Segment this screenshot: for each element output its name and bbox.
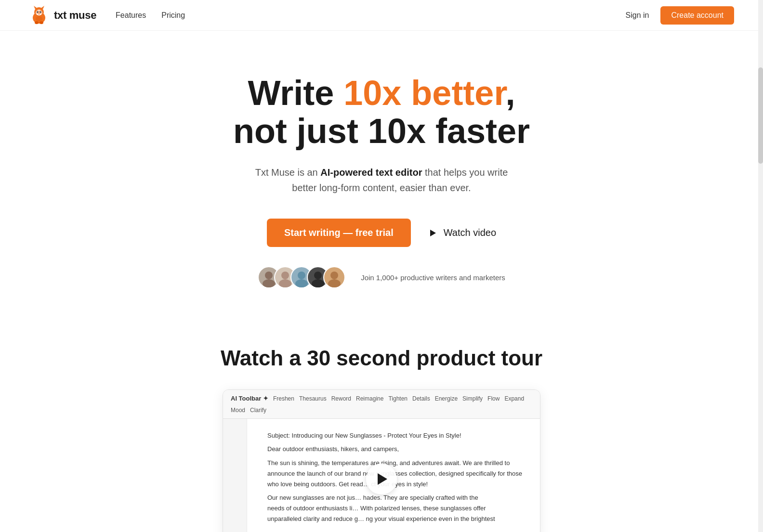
svg-marker-13 [430,230,436,236]
toolbar-reimagine[interactable]: Reimagine [356,395,383,402]
play-icon [426,227,439,239]
navbar: txt muse Features Pricing Sign in Create… [0,0,763,31]
play-triangle-icon [428,228,437,238]
svg-point-7 [37,11,39,13]
hero-heading-comma: , [505,74,515,112]
hero-heading-line2: not just 10x faster [233,112,530,150]
editor-line-subject: Subject: Introducing our New Sunglasses … [267,430,525,441]
logo-text: txt muse [54,9,96,22]
hero-subtext: Txt Muse is an AI-powered text editor th… [247,165,516,195]
play-triangle-icon [378,473,387,485]
svg-point-15 [263,279,275,287]
avatar-5 [323,266,345,288]
features-nav-link[interactable]: Features [116,11,146,20]
svg-point-23 [328,279,341,287]
nav-links: Features Pricing [116,11,185,20]
svg-point-22 [330,272,338,279]
toolbar-expand[interactable]: Expand [504,395,524,402]
hero-sub-bold: AI-powered text editor [320,167,422,178]
hero-heading: Write 10x better, not just 10x faster [233,74,530,150]
product-tour-section: Watch a 30 second product tour AI Toolba… [0,327,763,532]
owl-logo-icon [29,5,49,26]
svg-point-11 [39,21,43,24]
svg-point-16 [281,272,289,279]
toolbar-tighten[interactable]: Tighten [388,395,408,402]
watch-video-button[interactable]: Watch video [426,227,496,239]
svg-point-12 [36,16,42,21]
toolbar-mood[interactable]: Mood [231,407,245,414]
product-tour-title: Watch a 30 second product tour [221,346,542,370]
editor-content-area: Subject: Introducing our New Sunglasses … [223,419,540,532]
svg-point-10 [35,21,39,24]
toolbar-brand-label[interactable]: AI Toolbar ✦ [231,395,268,402]
toolbar-simplify[interactable]: Simplify [462,395,483,402]
pricing-nav-link[interactable]: Pricing [161,11,185,20]
editor-line-para2: Our new sunglasses are not jus… hades. T… [267,493,525,524]
svg-point-18 [298,272,305,279]
toolbar-details[interactable]: Details [412,395,430,402]
avatars-group [258,266,345,288]
toolbar-clarify[interactable]: Clarify [250,407,266,414]
hero-heading-part1: Write [248,74,344,112]
toolbar-reword[interactable]: Reword [331,395,351,402]
sign-in-link[interactable]: Sign in [626,11,649,20]
svg-point-21 [312,279,324,287]
nav-right: Sign in Create account [626,6,734,25]
editor-toolbar: AI Toolbar ✦ Freshen Thesaurus Reword Re… [223,390,540,419]
svg-point-8 [40,11,41,13]
editor-mockup: AI Toolbar ✦ Freshen Thesaurus Reword Re… [223,389,540,532]
editor-sidebar [223,419,247,532]
svg-point-14 [265,272,273,279]
video-play-overlay-button[interactable] [366,464,397,494]
social-proof-text: Join 1,000+ productive writers and marke… [361,273,505,282]
social-proof: Join 1,000+ productive writers and marke… [258,266,505,288]
hero-buttons: Start writing — free trial Watch video [267,219,496,247]
scrollbar-track[interactable] [758,0,763,532]
hero-section: Write 10x better, not just 10x faster Tx… [0,31,763,327]
start-writing-button[interactable]: Start writing — free trial [267,219,411,247]
create-account-button[interactable]: Create account [660,6,734,25]
editor-line-dear: Dear outdoor enthusiasts, hikers, and ca… [267,444,525,454]
toolbar-thesaurus[interactable]: Thesaurus [299,395,327,402]
hero-sub-normal1: Txt Muse is an [255,167,321,178]
hero-heading-accent: 10x better [343,74,505,112]
toolbar-energize[interactable]: Energize [435,395,458,402]
scrollbar-thumb[interactable] [758,67,763,164]
watch-video-label: Watch video [444,227,496,238]
svg-point-19 [295,279,308,287]
toolbar-flow[interactable]: Flow [487,395,500,402]
svg-point-20 [314,272,322,279]
toolbar-freshen[interactable]: Freshen [273,395,294,402]
svg-point-17 [279,279,291,287]
logo-link[interactable]: txt muse [29,5,96,26]
